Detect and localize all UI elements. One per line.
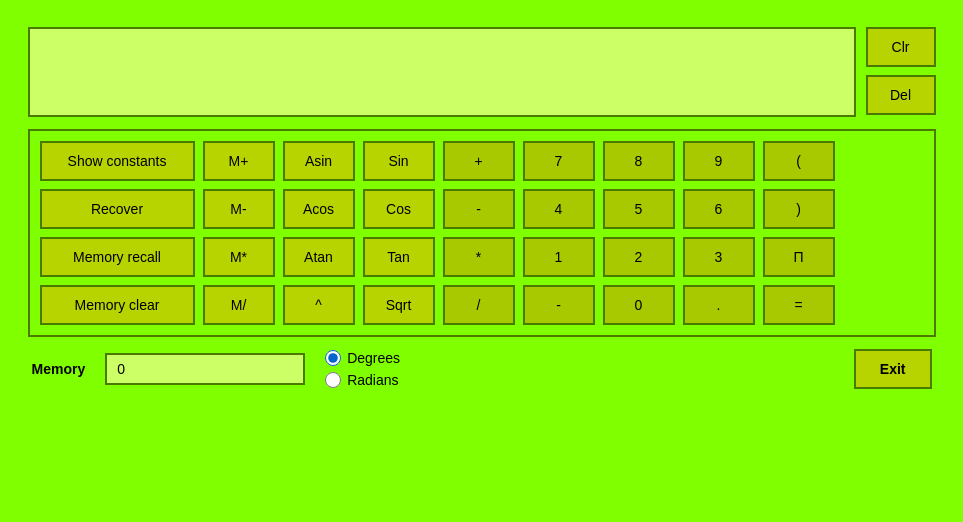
degrees-radio[interactable]: [325, 350, 341, 366]
key---button[interactable]: =: [763, 285, 835, 325]
angle-mode-group: Degrees Radians: [325, 350, 400, 388]
keypad-row-1: RecoverM-AcosCos-456): [40, 189, 924, 229]
keypad-row-0: Show constantsM+AsinSin+789(: [40, 141, 924, 181]
key---button[interactable]: .: [683, 285, 755, 325]
key-sin-button[interactable]: Sin: [363, 141, 435, 181]
key---button[interactable]: *: [443, 237, 515, 277]
keypad-row-2: Memory recallM*AtanTan*123П: [40, 237, 924, 277]
key-4-button[interactable]: 4: [523, 189, 595, 229]
key---button[interactable]: ^: [283, 285, 355, 325]
key-2-button[interactable]: 2: [603, 237, 675, 277]
key---button[interactable]: -: [443, 189, 515, 229]
degrees-label: Degrees: [347, 350, 400, 366]
key-cos-button[interactable]: Cos: [363, 189, 435, 229]
key---button[interactable]: П: [763, 237, 835, 277]
key-m--button[interactable]: M*: [203, 237, 275, 277]
key-tan-button[interactable]: Tan: [363, 237, 435, 277]
calculator: Clr Del Show constantsM+AsinSin+789(Reco…: [12, 11, 952, 511]
radians-label: Radians: [347, 372, 398, 388]
key-6-button[interactable]: 6: [683, 189, 755, 229]
key-1-button[interactable]: 1: [523, 237, 595, 277]
bottom-row: Memory Degrees Radians Exit: [28, 349, 936, 389]
key-show-constants-button[interactable]: Show constants: [40, 141, 195, 181]
key---button[interactable]: -: [523, 285, 595, 325]
key-m--button[interactable]: M/: [203, 285, 275, 325]
degrees-option[interactable]: Degrees: [325, 350, 400, 366]
key-atan-button[interactable]: Atan: [283, 237, 355, 277]
key-7-button[interactable]: 7: [523, 141, 595, 181]
top-row: Clr Del: [28, 27, 936, 117]
key-m--button[interactable]: M-: [203, 189, 275, 229]
key---button[interactable]: ): [763, 189, 835, 229]
clr-button[interactable]: Clr: [866, 27, 936, 67]
display[interactable]: [28, 27, 856, 117]
exit-button[interactable]: Exit: [854, 349, 932, 389]
memory-label: Memory: [32, 361, 86, 377]
key-m--button[interactable]: M+: [203, 141, 275, 181]
key---button[interactable]: +: [443, 141, 515, 181]
keypad-area: Show constantsM+AsinSin+789(RecoverM-Aco…: [28, 129, 936, 337]
key-8-button[interactable]: 8: [603, 141, 675, 181]
memory-input[interactable]: [105, 353, 305, 385]
key-5-button[interactable]: 5: [603, 189, 675, 229]
key-asin-button[interactable]: Asin: [283, 141, 355, 181]
key-acos-button[interactable]: Acos: [283, 189, 355, 229]
key-recover-button[interactable]: Recover: [40, 189, 195, 229]
key---button[interactable]: /: [443, 285, 515, 325]
key---button[interactable]: (: [763, 141, 835, 181]
del-button[interactable]: Del: [866, 75, 936, 115]
radians-radio[interactable]: [325, 372, 341, 388]
key-sqrt-button[interactable]: Sqrt: [363, 285, 435, 325]
key-9-button[interactable]: 9: [683, 141, 755, 181]
keypad-row-3: Memory clearM/^Sqrt/-0.=: [40, 285, 924, 325]
key-0-button[interactable]: 0: [603, 285, 675, 325]
top-buttons: Clr Del: [866, 27, 936, 117]
key-3-button[interactable]: 3: [683, 237, 755, 277]
key-memory-clear-button[interactable]: Memory clear: [40, 285, 195, 325]
radians-option[interactable]: Radians: [325, 372, 400, 388]
key-memory-recall-button[interactable]: Memory recall: [40, 237, 195, 277]
